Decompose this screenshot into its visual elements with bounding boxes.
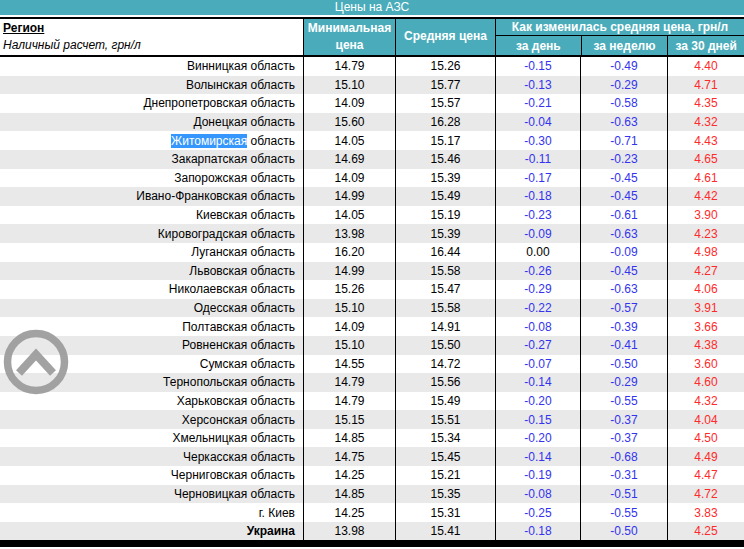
price-change-subheaders: за день за неделю за 30 дней [496,36,744,55]
change-day-cell: -0.20 [495,429,580,448]
change-week-cell: -0.68 [580,447,667,466]
change-week-cell: -0.23 [580,150,667,169]
avg-price-cell: 15.50 [395,336,495,355]
region-cell: Ивано-Франковская область [0,187,303,206]
change-day-cell: -0.07 [495,355,580,374]
change-week-cell: -0.50 [580,522,667,541]
price-change-group-title: Как изменилась средняя цена, грн/л [496,19,744,36]
avg-price-cell: 15.56 [395,373,495,392]
change-day-cell: -0.11 [495,150,580,169]
min-price-cell: 15.10 [303,299,395,318]
change-week-cell: -0.63 [580,280,667,299]
min-price-cell: 15.15 [303,410,395,429]
change-day-cell: -0.04 [495,113,580,132]
table-bottom-border [0,540,744,547]
table-row: г. Киев14.2515.31-0.25-0.553.83 [0,503,744,522]
change-30days-cell: 4.32 [667,113,744,132]
change-30days-cell: 4.60 [667,373,744,392]
region-cell: Закарпатская область [0,150,303,169]
min-price-cell: 15.26 [303,280,395,299]
change-week-cell: -0.31 [580,466,667,485]
change-day-cell: -0.14 [495,373,580,392]
avg-price-header-cell: Средняя цена [395,19,495,55]
change-day-cell: -0.26 [495,262,580,281]
region-cell: Николаевская область [0,280,303,299]
change-30days-cell: 4.06 [667,280,744,299]
region-cell: Киевская область [0,206,303,225]
change-week-cell: -0.63 [580,224,667,243]
avg-price-cell: 15.19 [395,206,495,225]
change-30days-cell: 4.25 [667,522,744,541]
table-row: Волынская область15.1015.77-0.13-0.294.7… [0,76,744,95]
min-price-cell: 14.85 [303,485,395,504]
region-cell: Львовская область [0,262,303,281]
change-day-cell: -0.14 [495,447,580,466]
region-cell: Житомирская область [0,131,303,150]
change-30days-cell: 4.50 [667,429,744,448]
change-day-cell: -0.08 [495,317,580,336]
change-week-cell: -0.61 [580,206,667,225]
change-week-cell: -0.37 [580,429,667,448]
change-week-cell: -0.29 [580,373,667,392]
change-week-cell: -0.51 [580,485,667,504]
region-cell: Херсонская область [0,410,303,429]
change-week-cell: -0.09 [580,243,667,262]
avg-price-cell: 15.41 [395,522,495,541]
region-cell: Одесская область [0,299,303,318]
table-row: Сумская область14.5514.72-0.07-0.503.60 [0,355,744,374]
min-price-cell: 14.55 [303,355,395,374]
change-week-cell: -0.49 [580,57,667,76]
change-day-cell: 0.00 [495,243,580,262]
change-30days-cell: 4.35 [667,94,744,113]
change-week-cell: -0.41 [580,336,667,355]
change-30days-cell: 4.27 [667,262,744,281]
table-row: Полтавская область14.0914.91-0.08-0.393.… [0,317,744,336]
region-cell: Луганская область [0,243,303,262]
min-price-cell: 14.79 [303,373,395,392]
table-row: Киевская область14.0515.19-0.23-0.613.90 [0,206,744,225]
table-row: Одесская область15.1015.58-0.22-0.573.91 [0,299,744,318]
region-cell: Волынская область [0,76,303,95]
change-30days-cell: 4.23 [667,224,744,243]
change-week-header-cell: за неделю [581,36,668,55]
change-30days-cell: 4.49 [667,447,744,466]
region-cell: г. Киев [0,503,303,522]
change-day-cell: -0.27 [495,336,580,355]
avg-price-cell: 15.49 [395,187,495,206]
min-price-cell: 14.25 [303,466,395,485]
region-header-cell: Регион Наличный расчет, грн/л [0,19,303,55]
region-cell: Украина [0,522,303,541]
change-day-cell: -0.30 [495,131,580,150]
change-30days-cell: 3.90 [667,206,744,225]
avg-price-cell: 15.39 [395,169,495,188]
region-cell: Днепропетровская область [0,94,303,113]
change-day-cell: -0.13 [495,76,580,95]
region-cell: Кировоградская область [0,224,303,243]
change-week-cell: -0.55 [580,503,667,522]
change-day-cell: -0.29 [495,280,580,299]
min-price-cell: 14.75 [303,447,395,466]
table-row: Донецкая область15.6016.28-0.04-0.634.32 [0,113,744,132]
table-row: Закарпатская область14.6915.46-0.11-0.23… [0,150,744,169]
change-day-cell: -0.20 [495,392,580,411]
change-30days-cell: 4.71 [667,76,744,95]
min-price-cell: 14.79 [303,392,395,411]
chevron-up-circle-icon [1,327,71,397]
avg-price-cell: 15.46 [395,150,495,169]
avg-price-cell: 15.39 [395,224,495,243]
min-price-cell: 13.98 [303,224,395,243]
change-30days-cell: 4.65 [667,150,744,169]
change-day-cell: -0.18 [495,187,580,206]
min-price-cell: 14.09 [303,317,395,336]
region-cell: Донецкая область [0,113,303,132]
change-week-cell: -0.39 [580,317,667,336]
table-row: Ивано-Франковская область14.9915.49-0.18… [0,187,744,206]
min-price-cell: 13.98 [303,522,395,541]
min-price-cell: 14.09 [303,94,395,113]
avg-price-cell: 16.44 [395,243,495,262]
scroll-to-top-button[interactable] [1,327,71,397]
change-week-cell: -0.50 [580,355,667,374]
table-row: Хмельницкая область14.8515.34-0.20-0.374… [0,429,744,448]
change-day-header-cell: за день [496,36,581,55]
min-price-cell: 14.09 [303,169,395,188]
